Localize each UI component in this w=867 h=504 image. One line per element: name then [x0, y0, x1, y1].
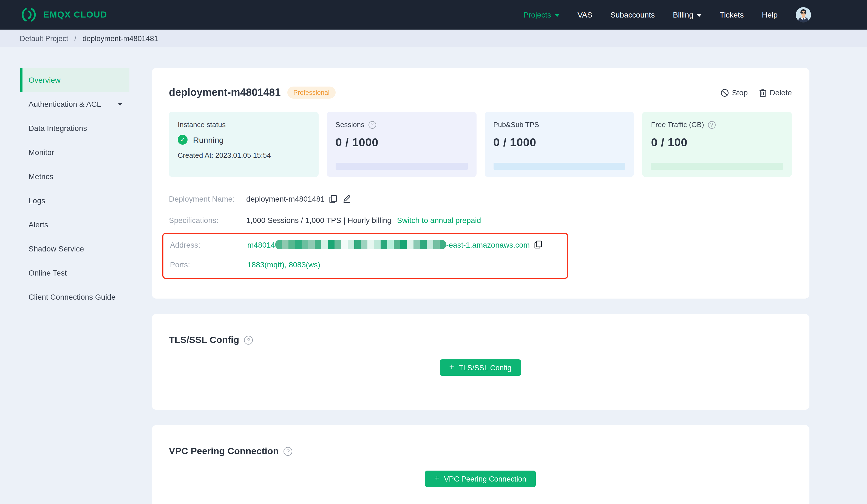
address-suffix: -east-1.amazonaws.com	[446, 240, 530, 249]
deployment-name-value: deployment-m4801481	[246, 195, 325, 203]
add-tls-ssl-config-button[interactable]: TLS/SSL Config	[440, 359, 521, 376]
connection-highlight-box: Address: m48014 -east-1.amazonaws.com	[162, 233, 568, 279]
pubsub-tps-progress-bar	[493, 163, 625, 170]
page: EMQX CLOUD Projects VAS Subaccounts Bill…	[0, 0, 867, 504]
sidebar-item-alerts[interactable]: Alerts	[20, 212, 129, 237]
breadcrumb-project[interactable]: Default Project	[20, 34, 68, 42]
trash-icon	[759, 88, 767, 97]
switch-annual-prepaid-link[interactable]: Switch to annual prepaid	[397, 216, 481, 224]
stat-label: Sessions	[335, 121, 365, 129]
stop-button[interactable]: Stop	[720, 88, 748, 97]
user-avatar[interactable]	[796, 7, 811, 22]
address-redacted-mosaic	[275, 240, 446, 249]
vpc-section-title: VPC Peering Connection	[169, 446, 279, 457]
nav-item-billing[interactable]: Billing	[673, 10, 702, 19]
tls-section-title: TLS/SSL Config	[169, 335, 239, 346]
nav-item-help[interactable]: Help	[762, 10, 778, 19]
plus-icon	[449, 363, 454, 371]
nav-item-projects[interactable]: Projects	[523, 10, 559, 19]
status-check-icon	[178, 135, 188, 145]
edit-icon[interactable]	[343, 195, 351, 203]
help-icon[interactable]	[708, 121, 716, 129]
specifications-label: Specifications:	[169, 216, 246, 224]
sidebar-item-overview[interactable]: Overview	[20, 68, 129, 92]
vpc-peering-card: VPC Peering Connection VPC Peering Conne…	[152, 425, 810, 504]
nav-item-subaccounts[interactable]: Subaccounts	[610, 10, 655, 19]
sidebar-item-logs[interactable]: Logs	[20, 188, 129, 212]
nav-item-vas[interactable]: VAS	[577, 10, 592, 19]
specifications-row: Specifications: 1,000 Sessions / 1,000 T…	[169, 216, 792, 224]
top-navbar: EMQX CLOUD Projects VAS Subaccounts Bill…	[0, 0, 867, 30]
sessions-value: 0 / 1000	[335, 136, 468, 149]
deployment-name-label: Deployment Name:	[169, 195, 246, 203]
emqx-logo-icon	[20, 7, 37, 23]
help-icon[interactable]	[284, 447, 292, 456]
breadcrumb: Default Project / deployment-m4801481	[0, 30, 867, 47]
sidebar: Overview Authentication & ACL Data Integ…	[20, 68, 129, 309]
delete-button[interactable]: Delete	[759, 88, 792, 97]
sidebar-item-client-connections-guide[interactable]: Client Connections Guide	[20, 285, 129, 309]
add-vpc-peering-button[interactable]: VPC Peering Connection	[425, 471, 536, 487]
top-nav-menu: Projects VAS Subaccounts Billing Tickets…	[523, 7, 811, 22]
specifications-value: 1,000 Sessions / 1,000 TPS | Hourly bill…	[246, 216, 392, 224]
tls-ssl-card: TLS/SSL Config TLS/SSL Config	[152, 314, 810, 410]
deployment-name-row: Deployment Name: deployment-m4801481	[169, 195, 792, 203]
chevron-down-icon	[118, 103, 122, 106]
brand-name: EMQX CLOUD	[43, 10, 107, 20]
plan-badge: Professional	[287, 87, 335, 99]
ports-value: 1883(mqtt), 8083(ws)	[247, 260, 320, 269]
stat-label: Free Traffic (GB)	[651, 121, 704, 129]
stat-card-pubsub-tps: Pub&Sub TPS 0 / 1000	[484, 112, 634, 177]
stat-label: Instance status	[178, 121, 226, 129]
stat-card-free-traffic: Free Traffic (GB) 0 / 100	[642, 112, 792, 177]
stat-card-sessions: Sessions 0 / 1000	[327, 112, 477, 177]
sidebar-item-monitor[interactable]: Monitor	[20, 140, 129, 164]
sidebar-item-metrics[interactable]: Metrics	[20, 164, 129, 188]
stat-card-instance-status: Instance status Running Created At: 2023…	[169, 112, 319, 177]
breadcrumb-separator: /	[74, 34, 76, 42]
address-row: Address: m48014 -east-1.amazonaws.com	[170, 240, 567, 249]
plus-icon	[435, 474, 440, 483]
created-at-text: Created At: 2023.01.05 15:54	[178, 151, 310, 160]
main-content: deployment-m4801481 Professional Stop	[152, 68, 810, 504]
status-text: Running	[193, 135, 224, 144]
help-icon[interactable]	[244, 336, 253, 344]
sidebar-item-shadow-service[interactable]: Shadow Service	[20, 237, 129, 261]
sidebar-item-authentication-acl[interactable]: Authentication & ACL	[20, 92, 129, 116]
chevron-down-icon	[555, 14, 559, 17]
ports-row: Ports: 1883(mqtt), 8083(ws)	[170, 260, 567, 269]
breadcrumb-current: deployment-m4801481	[83, 34, 158, 42]
deployment-overview-card: deployment-m4801481 Professional Stop	[152, 68, 810, 298]
deployment-title: deployment-m4801481	[169, 87, 281, 99]
nav-item-tickets[interactable]: Tickets	[720, 10, 744, 19]
sessions-progress-bar	[335, 163, 468, 170]
help-icon[interactable]	[368, 121, 376, 129]
copy-icon[interactable]	[534, 241, 542, 249]
pubsub-tps-value: 0 / 1000	[493, 136, 625, 149]
sidebar-item-online-test[interactable]: Online Test	[20, 261, 129, 285]
sidebar-item-data-integrations[interactable]: Data Integrations	[20, 116, 129, 140]
chevron-down-icon	[697, 14, 702, 17]
brand-logo[interactable]: EMQX CLOUD	[20, 7, 107, 23]
free-traffic-progress-bar	[651, 163, 783, 170]
address-label: Address:	[170, 240, 247, 249]
copy-icon[interactable]	[329, 195, 337, 203]
stop-icon	[720, 88, 729, 97]
free-traffic-value: 0 / 100	[651, 136, 783, 149]
stat-label: Pub&Sub TPS	[493, 121, 539, 129]
ports-label: Ports:	[170, 260, 247, 269]
address-prefix: m48014	[247, 240, 275, 249]
stats-row: Instance status Running Created At: 2023…	[169, 112, 792, 177]
